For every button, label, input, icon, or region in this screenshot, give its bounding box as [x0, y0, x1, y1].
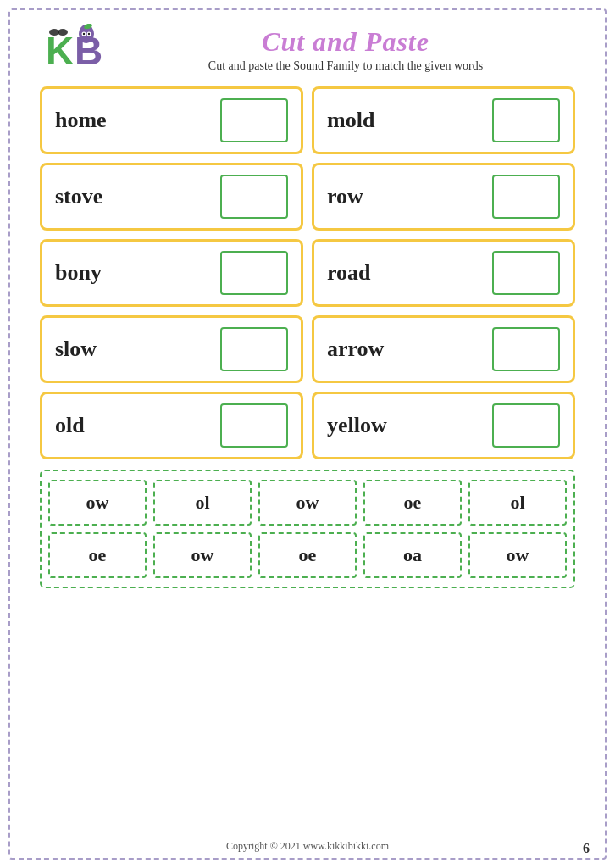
- word-card-stove: stove: [40, 163, 303, 231]
- cut-item-oe-3[interactable]: oe: [258, 532, 357, 578]
- svg-point-9: [88, 33, 90, 35]
- word-label-mold: mold: [327, 108, 374, 133]
- answer-box-bony[interactable]: [220, 251, 288, 295]
- word-card-row: row: [312, 163, 575, 231]
- cut-item-oe-1[interactable]: oe: [363, 480, 462, 526]
- word-card-slow: slow: [40, 315, 303, 383]
- word-label-home: home: [55, 108, 107, 133]
- page-number: 6: [583, 841, 590, 856]
- page: K B Cut and Paste Cut and paste the Soun…: [0, 0, 615, 868]
- word-label-stove: stove: [55, 184, 102, 209]
- answer-box-yellow[interactable]: [492, 403, 560, 448]
- header: K B Cut and Paste Cut and paste the Soun…: [19, 15, 596, 78]
- page-title: Cut and Paste: [112, 26, 579, 58]
- word-card-old: old: [40, 392, 303, 459]
- page-subtitle: Cut and paste the Sound Family to match …: [112, 59, 579, 73]
- cut-item-ol-2[interactable]: ol: [468, 480, 567, 526]
- answer-box-road[interactable]: [492, 251, 560, 295]
- header-text: Cut and Paste Cut and paste the Sound Fa…: [112, 26, 579, 73]
- cut-item-ol-1[interactable]: ol: [153, 480, 252, 526]
- answer-box-mold[interactable]: [492, 98, 560, 142]
- word-label-yellow: yellow: [327, 413, 387, 438]
- answer-box-old[interactable]: [220, 403, 288, 448]
- answer-box-stove[interactable]: [220, 175, 288, 219]
- word-card-yellow: yellow: [312, 392, 575, 459]
- answer-box-slow[interactable]: [220, 327, 288, 371]
- word-card-home: home: [40, 86, 303, 154]
- word-card-bony: bony: [40, 239, 303, 307]
- answer-box-home[interactable]: [220, 98, 288, 142]
- word-label-bony: bony: [55, 260, 102, 286]
- cut-section: ow ol ow oe ol oe ow oe oa ow: [40, 470, 575, 588]
- cut-item-ow-2[interactable]: ow: [258, 480, 357, 526]
- cut-item-ow-4[interactable]: ow: [468, 532, 567, 578]
- svg-point-8: [83, 33, 85, 35]
- cut-row-2: oe ow oe oa ow: [48, 532, 567, 578]
- svg-text:K: K: [46, 29, 74, 73]
- answer-box-row[interactable]: [492, 175, 560, 219]
- cut-item-ow-3[interactable]: ow: [153, 532, 252, 578]
- word-label-row: row: [327, 184, 363, 209]
- word-label-road: road: [327, 260, 371, 286]
- word-card-arrow: arrow: [312, 315, 575, 383]
- cut-item-oe-2[interactable]: oe: [48, 532, 147, 578]
- cut-item-oa-1[interactable]: oa: [363, 532, 462, 578]
- cut-item-ow-1[interactable]: ow: [48, 480, 147, 526]
- logo: K B: [44, 24, 103, 75]
- word-card-mold: mold: [312, 86, 575, 154]
- answer-box-arrow[interactable]: [492, 327, 560, 371]
- word-label-arrow: arrow: [327, 337, 384, 362]
- main-content: home mold stove row bony road: [19, 78, 596, 595]
- cut-row-1: ow ol ow oe ol: [48, 480, 567, 526]
- word-grid: home mold stove row bony road: [40, 86, 575, 459]
- footer-copyright: Copyright © 2021 www.kikkibikki.com: [0, 840, 615, 853]
- word-label-slow: slow: [55, 337, 97, 362]
- word-label-old: old: [55, 413, 85, 438]
- word-card-road: road: [312, 239, 575, 307]
